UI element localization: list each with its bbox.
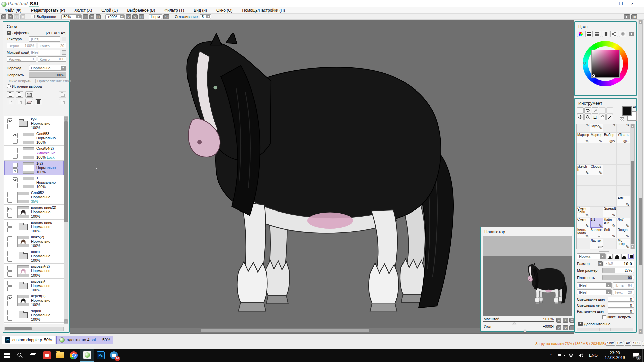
spray-color-slider[interactable]: 0 — [608, 309, 634, 314]
rotate-cw-button[interactable]: ↻ — [132, 14, 138, 19]
brush-cell[interactable]: Ластик — [590, 239, 603, 249]
brush-cell[interactable]: Кисть Мало✎ — [577, 228, 590, 238]
navigator-zoom-in-button[interactable]: + — [563, 318, 568, 323]
brush-cell[interactable] — [577, 154, 590, 165]
layer-thumbnail[interactable] — [23, 177, 34, 188]
brush-cell[interactable] — [603, 196, 617, 207]
brush-mode-select[interactable]: Норма▼ — [577, 253, 606, 259]
brush-cell[interactable]: Заливка — [590, 228, 603, 238]
maximize-button[interactable]: ❐ — [615, 1, 627, 7]
wifi-icon[interactable] — [566, 349, 576, 362]
menu-window[interactable]: Окно (О) — [212, 8, 237, 13]
document-tab-psd[interactable]: Ps custom dapple.psd 50% — [2, 336, 55, 344]
mix-color-slider[interactable]: 0 — [608, 297, 634, 302]
minimize-button[interactable]: – — [604, 1, 615, 7]
navigator-scale-slider[interactable] — [483, 321, 554, 322]
brush-cell[interactable] — [603, 239, 617, 249]
undo-button[interactable]: ↶ — [1, 14, 6, 19]
app-icon-red[interactable] — [40, 349, 54, 362]
notification-center-icon[interactable]: 3 — [629, 349, 642, 362]
norm-button[interactable]: Норм — [149, 14, 162, 19]
layer-visibility-toggle[interactable] — [13, 133, 18, 138]
angle-select[interactable]: +000°▼ — [105, 14, 125, 19]
layer-row-vorono-pink[interactable]: вороно пинкНормально100% — [4, 220, 64, 234]
layer-thumbnail[interactable] — [17, 295, 29, 306]
invert-selection-button[interactable]: ▣ — [20, 14, 25, 19]
delete-layer-button[interactable] — [35, 99, 42, 105]
close-button[interactable]: × — [627, 1, 638, 7]
brush-tip-square-button[interactable] — [628, 254, 634, 259]
wet-edge-detail-button[interactable] — [62, 50, 66, 55]
brush-cell[interactable] — [617, 143, 630, 154]
layer-thumbnail[interactable] — [17, 192, 29, 203]
layer-lock-box[interactable] — [7, 227, 12, 232]
new-folder-button[interactable] — [25, 91, 33, 98]
brush-cell[interactable]: Spread&✎ — [603, 207, 617, 217]
layer-folder-icon[interactable] — [19, 121, 28, 127]
layer-extra-button[interactable] — [59, 99, 66, 105]
layer-row-rozoviy-2[interactable]: розовый(2)Нормально100% — [4, 264, 64, 279]
layer-lock-box[interactable] — [13, 154, 18, 159]
layer-panel-hscrollbar[interactable] — [4, 327, 64, 331]
density-slider[interactable]: 90 — [602, 275, 634, 280]
new-lineart-layer-button[interactable]: ✎ — [16, 91, 23, 98]
start-button[interactable] — [0, 349, 13, 362]
brush-grid-scrollbar[interactable]: ▲ ▼ — [630, 124, 635, 249]
brush-cell[interactable] — [590, 175, 603, 186]
document-tab-sai[interactable]: адопты по 4.sai 50% — [56, 336, 113, 344]
layer-lock-box[interactable] — [7, 198, 12, 203]
effects-collapse-button[interactable]: − — [7, 31, 11, 35]
brush-cell[interactable]: Rough✎ — [617, 228, 630, 238]
brush-cell[interactable] — [603, 143, 617, 154]
layer-visibility-toggle[interactable] — [7, 236, 12, 241]
navigator-thumbnail[interactable] — [483, 236, 572, 316]
empty-tool-slot[interactable] — [599, 107, 606, 114]
brush-cell[interactable]: Маркер✎ — [590, 133, 603, 143]
layer-thumbnail[interactable] — [17, 236, 29, 247]
zoom-reset-button[interactable]: ▢ — [96, 14, 101, 19]
layer-lock-box[interactable] — [13, 139, 18, 144]
grain-contrast-slider[interactable]: Контр 20 — [38, 43, 66, 48]
layer-row-vorono-pink-2[interactable]: вороно пинк(2)Нормально100% — [4, 205, 64, 220]
selection-visible-checkbox[interactable]: ✓ — [31, 15, 35, 18]
toggle-left-panel-button[interactable]: ◧ — [624, 14, 630, 19]
wet-edge-select[interactable]: [Нет] — [29, 50, 60, 55]
layer-row-52[interactable]: Слой52Нормально35% — [4, 190, 64, 205]
eyedropper-tool-button[interactable] — [606, 114, 613, 120]
layer-visibility-toggle[interactable] — [7, 118, 12, 123]
blend-mode-select[interactable]: Нормально▼ — [29, 65, 66, 71]
menu-help[interactable]: Помощь/Настройки (П) — [237, 8, 290, 13]
brush-cell[interactable] — [590, 143, 603, 154]
search-icon[interactable] — [13, 349, 27, 362]
brush-cell[interactable]: ВыборⓈ✎ — [603, 133, 617, 143]
brush-cell[interactable] — [617, 207, 630, 217]
navigator-zoom-out-button[interactable]: − — [556, 318, 561, 323]
move-tool-button[interactable] — [577, 114, 584, 120]
rgb-slider-mode-button[interactable] — [585, 31, 593, 37]
selection-source-radio[interactable] — [7, 84, 11, 88]
brush-cell[interactable] — [617, 165, 630, 175]
saturation-value-square[interactable] — [591, 50, 620, 78]
brush-cell[interactable] — [577, 196, 590, 207]
brush-cell[interactable]: Лайн изи✎ — [603, 218, 617, 228]
brush-cell[interactable]: Мб покр✎ — [617, 239, 630, 249]
brush-cell[interactable] — [603, 175, 617, 186]
brush-cell[interactable]: ✎ — [577, 124, 590, 133]
layer-lock-box[interactable] — [7, 272, 12, 277]
brush-cell[interactable]: Скетч Лайн✎ — [577, 207, 590, 217]
layer-folder-icon[interactable] — [19, 312, 28, 318]
brush-cell[interactable]: Скетч✎ — [577, 218, 590, 228]
layer-lock-box[interactable] — [7, 316, 12, 321]
layer-visibility-toggle[interactable] — [13, 148, 18, 153]
clear-layer-button[interactable] — [25, 99, 33, 105]
navigator-angle-reset-button[interactable]: ▢ — [569, 325, 574, 330]
brush-cell[interactable] — [577, 186, 590, 196]
layer-row-53[interactable]: Слой53Нормально100% — [4, 131, 64, 146]
menu-edit[interactable]: Редактировать (Р) — [26, 8, 70, 13]
menu-layer[interactable]: Слой (С) — [97, 8, 122, 13]
brush-cell[interactable]: ✎ — [603, 124, 617, 133]
angle-reset-button[interactable]: ▢ — [139, 14, 144, 19]
color-panel-collapse-button[interactable]: ▼ — [629, 32, 634, 36]
brush-cell[interactable] — [577, 143, 590, 154]
menu-filter[interactable]: Фильтр (Т) — [160, 8, 189, 13]
